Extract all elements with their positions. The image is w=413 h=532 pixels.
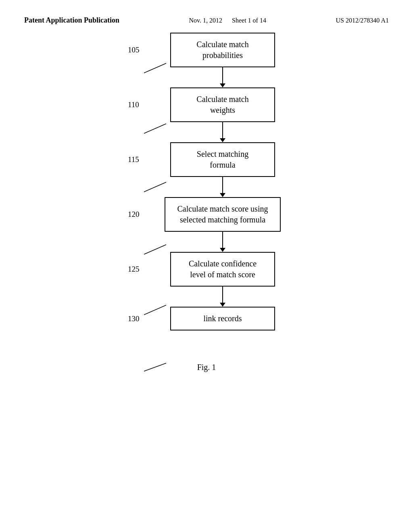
page: Patent Application Publication Nov. 1, 2… bbox=[0, 0, 413, 532]
arrow-head-2 bbox=[220, 138, 225, 142]
box-120-line2: selected matching formula bbox=[180, 215, 265, 224]
arrow-line-3 bbox=[222, 177, 223, 193]
svg-line-5 bbox=[144, 363, 166, 371]
step-110-row: 110 Calculate match weights bbox=[65, 87, 348, 122]
label-105: 105 bbox=[128, 46, 140, 54]
box-105-line2: probabilities bbox=[202, 51, 243, 60]
box-105: Calculate match probabilities bbox=[170, 33, 275, 67]
box-130: link records bbox=[170, 307, 275, 330]
box-120: Calculate match score using selected mat… bbox=[165, 197, 281, 232]
flowchart: 105 Calculate match probabilities 110 Ca… bbox=[65, 33, 348, 330]
arrow-shaft-2 bbox=[220, 122, 225, 142]
publication-date: Nov. 1, 2012 bbox=[189, 17, 223, 24]
arrow-4 bbox=[65, 232, 348, 252]
box-110: Calculate match weights bbox=[170, 87, 275, 122]
arrow-head-5 bbox=[220, 303, 225, 307]
arrow-head-1 bbox=[220, 83, 225, 87]
box-120-line1: Calculate match score using bbox=[177, 204, 268, 213]
arrow-1 bbox=[65, 67, 348, 87]
arrow-shaft-3 bbox=[220, 177, 225, 197]
box-125-line1: Calculate confidence bbox=[189, 259, 257, 268]
box-115-line2: formula bbox=[210, 160, 235, 169]
label-110: 110 bbox=[128, 100, 139, 109]
step-125-row: 125 Calculate confidence level of match … bbox=[65, 252, 348, 287]
main-content: 105 Calculate match probabilities 110 Ca… bbox=[0, 33, 413, 372]
step-105-row: 105 Calculate match probabilities bbox=[65, 33, 348, 67]
header: Patent Application Publication Nov. 1, 2… bbox=[0, 0, 413, 33]
label-120: 120 bbox=[128, 210, 140, 219]
label-115: 115 bbox=[128, 155, 139, 164]
label-125: 125 bbox=[128, 265, 140, 274]
patent-label: Patent Application Publication bbox=[24, 16, 119, 25]
label-130: 130 bbox=[128, 314, 140, 323]
patent-number: US 2012/278340 A1 bbox=[336, 17, 389, 24]
arrow-line-4 bbox=[222, 232, 223, 248]
box-125: Calculate confidence level of match scor… bbox=[170, 252, 275, 287]
date-sheet: Nov. 1, 2012 Sheet 1 of 14 bbox=[189, 17, 266, 24]
box-110-line1: Calculate match bbox=[196, 95, 248, 104]
arrow-2 bbox=[65, 122, 348, 142]
arrow-line-2 bbox=[222, 122, 223, 138]
arrow-3 bbox=[65, 177, 348, 197]
arrow-shaft-4 bbox=[220, 232, 225, 252]
figure-caption: Fig. 1 bbox=[197, 363, 216, 372]
box-110-line2: weights bbox=[210, 106, 235, 114]
arrow-line-5 bbox=[222, 287, 223, 303]
box-115-line1: Select matching bbox=[197, 150, 248, 158]
arrow-shaft-1 bbox=[220, 67, 225, 87]
arrow-shaft-5 bbox=[220, 287, 225, 307]
box-105-line1: Calculate match bbox=[196, 40, 248, 49]
arrow-line-1 bbox=[222, 67, 223, 83]
box-125-line2: level of match score bbox=[190, 270, 255, 279]
arrow-head-4 bbox=[220, 248, 225, 252]
arrow-5 bbox=[65, 287, 348, 307]
step-130-row: 130 link records bbox=[65, 307, 348, 330]
box-130-line1: link records bbox=[204, 314, 242, 323]
box-115: Select matching formula bbox=[170, 142, 275, 177]
step-120-row: 120 Calculate match score using selected… bbox=[65, 197, 348, 232]
step-115-row: 115 Select matching formula bbox=[65, 142, 348, 177]
arrow-head-3 bbox=[220, 193, 225, 197]
sheet-info: Sheet 1 of 14 bbox=[232, 17, 266, 24]
